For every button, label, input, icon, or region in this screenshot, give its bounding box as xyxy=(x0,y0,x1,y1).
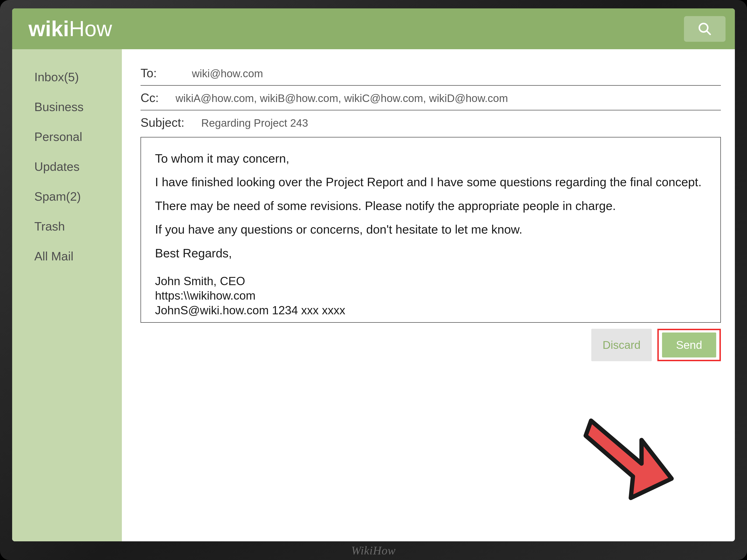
send-highlight-box: Send xyxy=(658,329,721,361)
sig-name: John Smith, CEO xyxy=(155,274,706,289)
svg-line-1 xyxy=(706,31,710,34)
body-paragraph-1: I have finished looking over the Project… xyxy=(155,170,706,218)
body-greeting: To whom it may concern, xyxy=(155,147,706,170)
sidebar-item-business[interactable]: Business xyxy=(34,92,122,122)
wikihow-logo: wikiHow xyxy=(28,17,112,41)
content-area: Inbox(5) Business Personal Updates Spam(… xyxy=(12,49,735,541)
sidebar-item-trash[interactable]: Trash xyxy=(34,211,122,241)
logo-wiki: wiki xyxy=(28,17,69,41)
to-label: To: xyxy=(140,66,192,80)
app-screen: wikiHow Inbox(5) Business Personal Updat… xyxy=(12,8,735,541)
sidebar-item-allmail[interactable]: All Mail xyxy=(34,241,122,271)
to-value[interactable]: wiki@how.com xyxy=(192,67,263,80)
subject-label: Subject: xyxy=(140,115,201,130)
subject-field-row: Subject: Regarding Project 243 xyxy=(140,110,721,135)
message-body[interactable]: To whom it may concern, I have finished … xyxy=(140,137,721,323)
to-field-row: To: wiki@how.com xyxy=(140,61,721,86)
subject-value[interactable]: Regarding Project 243 xyxy=(201,117,308,129)
tablet-frame: wikiHow Inbox(5) Business Personal Updat… xyxy=(0,0,747,560)
cc-field-row: Cc: wikiA@how.com, wikiB@how.com, wikiC@… xyxy=(140,86,721,110)
pointer-arrow-icon xyxy=(575,401,682,509)
cc-value[interactable]: wikiA@how.com, wikiB@how.com, wikiC@how.… xyxy=(176,92,508,105)
button-row: Discard Send xyxy=(140,329,721,361)
sidebar-item-spam[interactable]: Spam(2) xyxy=(34,182,122,211)
sig-contact: JohnS@wiki.how.com 1234 xxx xxxx xyxy=(155,303,706,318)
search-button[interactable] xyxy=(684,16,725,42)
sidebar-item-personal[interactable]: Personal xyxy=(34,122,122,152)
logo-how: How xyxy=(69,17,112,41)
sig-url: https:\\wikihow.com xyxy=(155,288,706,303)
discard-button[interactable]: Discard xyxy=(591,329,652,361)
sidebar: Inbox(5) Business Personal Updates Spam(… xyxy=(12,49,122,541)
compose-panel: To: wiki@how.com Cc: wikiA@how.com, wiki… xyxy=(122,49,735,541)
search-icon xyxy=(697,22,712,36)
body-closing: Best Regards, xyxy=(155,241,706,265)
signature-block: John Smith, CEO https:\\wikihow.com John… xyxy=(155,274,706,318)
header-bar: wikiHow xyxy=(12,8,735,49)
cc-label: Cc: xyxy=(140,91,176,105)
send-button[interactable]: Send xyxy=(662,332,716,357)
body-paragraph-2: If you have any questions or concerns, d… xyxy=(155,218,706,241)
sidebar-item-updates[interactable]: Updates xyxy=(34,152,122,182)
watermark: WikiHow xyxy=(351,544,396,557)
sidebar-item-inbox[interactable]: Inbox(5) xyxy=(34,62,122,92)
